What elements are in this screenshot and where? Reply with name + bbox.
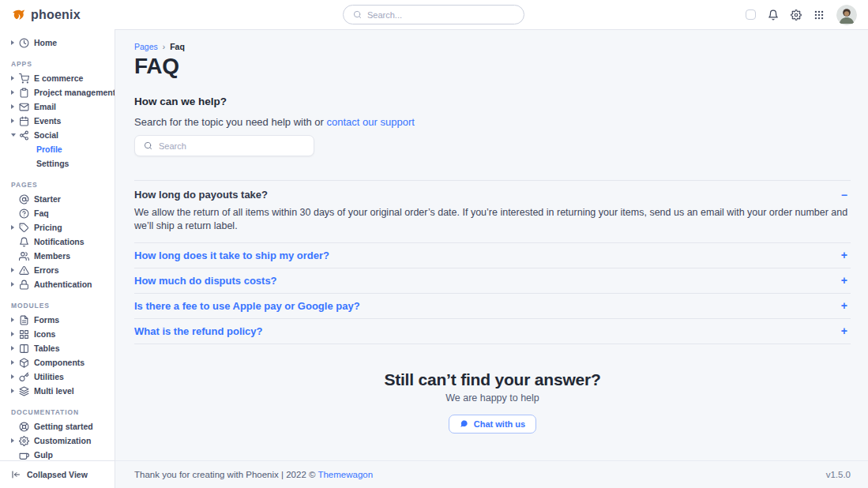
- caret-right-icon: [11, 346, 16, 351]
- sidebar-item-home[interactable]: Home: [0, 36, 115, 50]
- faq-question-toggle[interactable]: Is there a fee to use Apple pay or Googl…: [134, 300, 851, 312]
- sidebar-item-multi-level[interactable]: Multi level: [0, 384, 115, 398]
- sidebar-section-documentation: DOCUMENTATION: [11, 407, 103, 417]
- sidebar-item-gulp[interactable]: Gulp: [0, 448, 115, 460]
- faq-item: How long does it take to ship my order?+: [134, 243, 851, 268]
- sidebar-item-label: Home: [34, 38, 57, 47]
- contact-support-link[interactable]: contact our support: [327, 116, 415, 128]
- caret-right-icon: [11, 317, 16, 322]
- faq-content: Pages › Faq FAQ How can we help? Search …: [115, 30, 868, 460]
- caret-right-icon: [11, 389, 16, 393]
- caret-right-icon: [11, 104, 16, 109]
- faq-question-toggle[interactable]: How long does it take to ship my order?+: [134, 250, 851, 261]
- expand-plus-icon[interactable]: +: [841, 275, 851, 286]
- sidebar-item-email[interactable]: Email: [0, 99, 115, 114]
- sidebar-item-tables[interactable]: Tables: [0, 341, 115, 355]
- footer-version: v1.5.0: [826, 470, 851, 479]
- mail-icon: [19, 102, 29, 112]
- help-heading: How can we help?: [134, 96, 851, 107]
- sidebar-item-label: Icons: [34, 329, 55, 339]
- sidebar-item-forms[interactable]: Forms: [0, 313, 115, 327]
- file-text-icon: [19, 315, 29, 325]
- sidebar-section-apps: APPS: [11, 59, 103, 69]
- caret-right-icon: [11, 360, 16, 365]
- sidebar-item-label: Project management: [34, 88, 115, 97]
- cta-subheading: We are happy to help: [134, 392, 851, 404]
- footer-credit-text: Thank you for creating with Phoenix | 20…: [134, 470, 318, 479]
- sidebar-item-settings[interactable]: Settings: [0, 156, 115, 171]
- top-navbar: phoenix: [0, 0, 868, 29]
- breadcrumb: Pages › Faq: [134, 42, 851, 51]
- sidebar-item-label: Pricing: [34, 223, 62, 232]
- sidebar-item-pricing[interactable]: Pricing: [0, 220, 115, 235]
- themewagon-link[interactable]: Themewagon: [318, 470, 373, 479]
- brand-logo[interactable]: phoenix: [11, 8, 81, 22]
- global-search[interactable]: [343, 5, 524, 24]
- sidebar-section-modules: MODULES: [11, 301, 103, 310]
- users-icon: [19, 251, 29, 261]
- tag-icon: [19, 223, 29, 233]
- sidebar: HomeAPPSE commerceProject managementEmai…: [0, 29, 115, 488]
- notifications-bell-icon[interactable]: [768, 9, 779, 21]
- collapsed-view-toggle[interactable]: Collapsed View: [0, 460, 115, 488]
- caret-right-icon: [11, 282, 16, 287]
- collapse-minus-icon[interactable]: −: [841, 190, 851, 201]
- chat-with-us-button[interactable]: Chat with us: [449, 415, 536, 434]
- theme-toggle[interactable]: [746, 9, 756, 20]
- user-avatar[interactable]: [836, 5, 857, 25]
- sidebar-item-starter[interactable]: Starter: [0, 192, 115, 206]
- caret-right-icon: [11, 118, 16, 123]
- faq-search-input[interactable]: [159, 141, 305, 151]
- sidebar-item-label: Settings: [36, 159, 69, 168]
- breadcrumb-pages-link[interactable]: Pages: [134, 42, 158, 51]
- faq-item: What is the refund policy?+: [134, 319, 851, 344]
- sidebar-item-getting-started[interactable]: Getting started: [0, 419, 115, 434]
- sidebar-item-authentication[interactable]: Authentication: [0, 277, 115, 291]
- main-area: Pages › Faq FAQ How can we help? Search …: [115, 29, 868, 488]
- faq-question-text: How long do payouts take?: [134, 189, 268, 201]
- expand-plus-icon[interactable]: +: [841, 325, 851, 336]
- sidebar-item-notifications[interactable]: Notifications: [0, 235, 115, 249]
- share-icon: [19, 130, 29, 141]
- sidebar-item-customization[interactable]: Customization: [0, 434, 115, 448]
- sidebar-item-e-commerce[interactable]: E commerce: [0, 71, 115, 85]
- table-icon: [19, 343, 29, 354]
- apps-grid-icon[interactable]: [814, 9, 825, 21]
- sidebar-item-profile[interactable]: Profile: [0, 142, 115, 156]
- faq-question-toggle[interactable]: How much do disputs costs?+: [134, 275, 851, 287]
- sidebar-item-components[interactable]: Components: [0, 355, 115, 370]
- sidebar-item-project-management[interactable]: Project management: [0, 85, 115, 99]
- clock-icon: [19, 38, 29, 48]
- caret-right-icon: [11, 374, 16, 379]
- sidebar-item-social[interactable]: Social: [0, 128, 115, 142]
- collapsed-view-label: Collapsed View: [27, 470, 88, 479]
- global-search-input[interactable]: [367, 10, 514, 20]
- faq-question-toggle[interactable]: How long do payouts take?−: [134, 189, 851, 201]
- collapse-left-icon: [11, 470, 21, 479]
- sidebar-item-label: Members: [34, 251, 70, 261]
- faq-question-text: What is the refund policy?: [134, 325, 263, 337]
- faq-item: How much do disputs costs?+: [134, 268, 851, 294]
- sidebar-item-utilities[interactable]: Utilities: [0, 370, 115, 384]
- faq-search[interactable]: [134, 135, 314, 156]
- expand-plus-icon[interactable]: +: [841, 300, 851, 311]
- faq-item: Is there a fee to use Apple pay or Googl…: [134, 294, 851, 319]
- faq-question-toggle[interactable]: What is the refund policy?+: [134, 325, 851, 337]
- navbar-actions: [746, 5, 857, 25]
- sidebar-item-label: Starter: [34, 194, 61, 204]
- sidebar-item-errors[interactable]: Errors: [0, 263, 115, 277]
- settings-gear-icon[interactable]: [791, 9, 802, 21]
- phoenix-logo-icon: [11, 8, 26, 21]
- sidebar-item-icons[interactable]: Icons: [0, 327, 115, 341]
- at-sign-icon: [19, 194, 29, 205]
- sidebar-item-label: Multi level: [34, 386, 74, 396]
- caret-right-icon: [11, 76, 16, 81]
- expand-plus-icon[interactable]: +: [841, 250, 851, 261]
- alert-triangle-icon: [19, 265, 29, 276]
- sidebar-item-members[interactable]: Members: [0, 249, 115, 263]
- sidebar-item-faq[interactable]: Faq: [0, 206, 115, 220]
- page-footer: Thank you for creating with Phoenix | 20…: [115, 460, 868, 488]
- sidebar-item-events[interactable]: Events: [0, 114, 115, 128]
- calendar-icon: [19, 116, 29, 126]
- sidebar-item-label: Gulp: [34, 450, 53, 460]
